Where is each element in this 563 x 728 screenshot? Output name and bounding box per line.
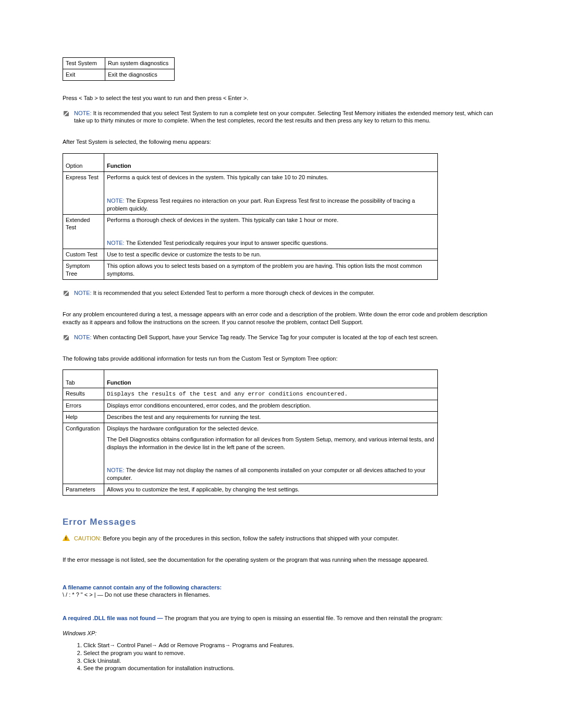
table-header-row: Option Function — [63, 154, 438, 172]
note-label: NOTE: — [74, 110, 92, 116]
cell: Parameters — [63, 484, 104, 496]
caution-label: CAUTION: — [74, 535, 102, 541]
cell: Run system diagnostics — [105, 58, 175, 69]
table-row: Exit Exit the diagnostics — [63, 69, 175, 80]
table-row: Test System Run system diagnostics — [63, 58, 175, 69]
steps-list: Click Start→ Control Panel→ Add or Remov… — [83, 641, 500, 672]
error-item: A required .DLL file was not found — The… — [63, 614, 500, 622]
list-item: Click Uninstall. — [83, 657, 500, 665]
note-label: NOTE: — [74, 334, 92, 340]
paragraph: Press < Tab > to select the test you wan… — [63, 94, 500, 102]
table-header-row: Tab Function — [63, 370, 438, 388]
cell: Use to test a specific device or customi… — [104, 249, 438, 261]
paragraph: The following tabs provide additional in… — [63, 355, 500, 363]
cell: Configuration — [63, 423, 104, 484]
cell: Express Test — [63, 172, 104, 215]
tabs-table: Tab Function Results Displays the result… — [63, 369, 438, 496]
table-row: Custom Test Use to test a specific devic… — [63, 249, 438, 261]
section-heading: Error Messages — [63, 516, 500, 528]
table-row: Symptom Tree This option allows you to s… — [63, 261, 438, 280]
cell: Displays error conditions encountered, e… — [104, 400, 438, 412]
options-table: Option Function Express Test Performs a … — [63, 153, 438, 280]
paragraph: If the error message is not listed, see … — [63, 556, 500, 564]
caution-text: CAUTION: Before you begin any of the pro… — [74, 535, 399, 542]
note-text: NOTE: When contacting Dell Support, have… — [74, 334, 438, 341]
table-row: Extended Test Performs a thorough check … — [63, 214, 438, 249]
caution-icon — [63, 535, 70, 541]
column-header: Function — [104, 370, 438, 388]
diag-menu-table: Test System Run system diagnostics Exit … — [63, 57, 175, 81]
table-row: Help Describes the test and any requirem… — [63, 412, 438, 423]
cell: Help — [63, 412, 104, 423]
cell: Errors — [63, 400, 104, 412]
list-item: Click Start→ Control Panel→ Add or Remov… — [83, 641, 500, 649]
table-row: Configuration Displays the hardware conf… — [63, 423, 438, 484]
list-item: See the program documentation for instal… — [83, 664, 500, 672]
os-label: Windows XP: — [63, 630, 500, 637]
table-row: Parameters Allows you to customize the t… — [63, 484, 438, 496]
cell: Performs a quick test of devices in the … — [104, 172, 438, 215]
cell: Allows you to customize the test, if app… — [104, 484, 438, 496]
cell: Displays the results of the test and any… — [104, 388, 438, 400]
note-label: NOTE: — [74, 290, 92, 296]
document-page: Test System Run system diagnostics Exit … — [0, 0, 563, 716]
note-icon — [63, 290, 70, 297]
cell: Extended Test — [63, 214, 104, 249]
column-header: Tab — [63, 370, 104, 388]
note-block: NOTE: When contacting Dell Support, have… — [63, 334, 500, 341]
paragraph: After Test System is selected, the follo… — [63, 138, 500, 146]
table-row: Errors Displays error conditions encount… — [63, 400, 438, 412]
cell: Exit the diagnostics — [105, 69, 175, 80]
error-item: A filename cannot contain any of the fol… — [63, 584, 500, 599]
column-header: Option — [63, 154, 104, 172]
cell: Test System — [63, 58, 105, 69]
list-item: Select the program you want to remove. — [83, 649, 500, 657]
note-icon — [63, 110, 70, 117]
cell: Symptom Tree — [63, 261, 104, 280]
cell: Results — [63, 388, 104, 400]
cell: Performs a thorough check of devices in … — [104, 214, 438, 249]
note-block: NOTE: It is recommended that you select … — [63, 289, 500, 297]
caution-block: CAUTION: Before you begin any of the pro… — [63, 535, 500, 542]
table-row: Express Test Performs a quick test of de… — [63, 172, 438, 215]
cell: Displays the hardware configuration for … — [104, 423, 438, 484]
cell: Custom Test — [63, 249, 104, 261]
cell: Describes the test and any requirements … — [104, 412, 438, 423]
note-icon — [63, 334, 70, 341]
note-text: NOTE: It is recommended that you select … — [74, 109, 500, 125]
cell: Exit — [63, 69, 105, 80]
table-row: Results Displays the results of the test… — [63, 388, 438, 400]
column-header: Function — [104, 154, 438, 172]
paragraph: For any problem encountered during a tes… — [63, 311, 500, 326]
note-block: NOTE: It is recommended that you select … — [63, 109, 500, 125]
note-text: NOTE: It is recommended that you select … — [74, 289, 374, 297]
cell: This option allows you to select tests b… — [104, 261, 438, 280]
